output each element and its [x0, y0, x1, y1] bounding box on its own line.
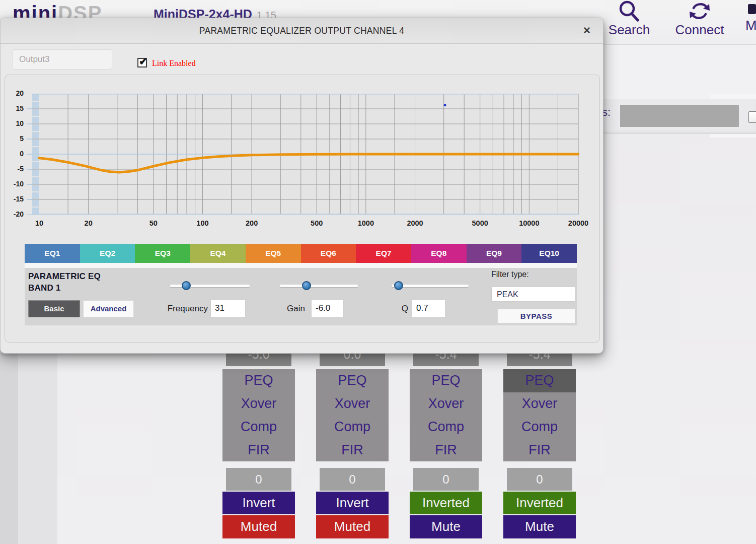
- frequency-label: Frequency: [162, 304, 208, 314]
- tab-eq8[interactable]: EQ8: [411, 244, 467, 263]
- close-icon[interactable]: ✕: [583, 18, 591, 43]
- tab-underline-strip: [25, 263, 577, 268]
- channel-3-menu-peq[interactable]: PEQ: [410, 369, 482, 392]
- q-label: Q: [395, 304, 408, 314]
- tab-eq4[interactable]: EQ4: [190, 244, 246, 263]
- tab-eq2[interactable]: EQ2: [80, 244, 135, 263]
- eq-response-graph[interactable]: [27, 94, 579, 215]
- eq-graph-svg: [27, 94, 579, 215]
- channel-4-menu-peq[interactable]: PEQ: [503, 369, 576, 392]
- tab-eq3[interactable]: EQ3: [135, 244, 190, 263]
- mute-icon-partial: [748, 4, 756, 14]
- tab-eq7[interactable]: EQ7: [356, 244, 411, 263]
- band-title-line1: PARAMETRIC EQ: [28, 271, 101, 282]
- channel-4-delay-value[interactable]: 0: [507, 468, 572, 491]
- q-slider-thumb[interactable]: [394, 281, 403, 290]
- link-enabled-label: Link Enabled: [152, 59, 196, 68]
- connect-button[interactable]: Connect: [669, 0, 730, 38]
- frequency-slider[interactable]: [170, 285, 250, 287]
- channel-1-menu-fir[interactable]: FIR: [222, 438, 295, 461]
- x-tick-label: 1000: [358, 219, 374, 227]
- channel-2-menu-xover[interactable]: Xover: [316, 392, 389, 416]
- y-tick-label: 20: [5, 89, 24, 97]
- channel-4-menu-fir[interactable]: FIR: [503, 438, 576, 461]
- channel-2-menu-fir[interactable]: FIR: [316, 438, 389, 461]
- y-tick-label: -15: [5, 195, 24, 203]
- channel-3-menu-fir[interactable]: FIR: [410, 438, 482, 461]
- channel-3-invert-button[interactable]: Inverted: [410, 492, 482, 514]
- gain-input[interactable]: [311, 299, 344, 317]
- channel-2-delay-value[interactable]: 0: [320, 468, 385, 491]
- band-title-line2: BAND 1: [28, 283, 61, 293]
- search-button[interactable]: Search: [601, 0, 657, 38]
- channel-4-mute-button[interactable]: Mute: [503, 515, 576, 538]
- parametric-eq-dialog: PARAMETRIC EQUALIZER OUTPUT CHANNEL 4 ✕ …: [0, 18, 603, 354]
- x-tick-label: 200: [246, 219, 258, 227]
- y-tick-label: 5: [5, 134, 24, 143]
- gain-label: Gain: [282, 304, 305, 314]
- gain-slider-thumb[interactable]: [302, 281, 311, 290]
- left-edge-band: [0, 353, 18, 544]
- channel-name-input[interactable]: [13, 49, 112, 70]
- band-controls-panel: PARAMETRIC EQ BAND 1 Basic Advanced Freq…: [25, 268, 577, 325]
- channel-2-menu-peq[interactable]: PEQ: [316, 369, 389, 392]
- channel-3-delay-value[interactable]: 0: [413, 468, 479, 491]
- bypass-button[interactable]: BYPASS: [497, 309, 575, 323]
- channel-1-mute-button[interactable]: Muted: [222, 515, 295, 538]
- y-tick-label: -5: [5, 165, 24, 173]
- channel-1-menu-xover[interactable]: Xover: [222, 392, 295, 416]
- channel-4-menu-comp[interactable]: Comp: [503, 416, 576, 439]
- tab-eq10[interactable]: EQ10: [521, 244, 577, 263]
- connect-icon: [687, 0, 712, 22]
- x-tick-label: 5000: [472, 219, 488, 227]
- frequency-input[interactable]: [210, 299, 246, 317]
- channel-3-menu-xover[interactable]: Xover: [410, 392, 482, 416]
- channel-2-invert-button[interactable]: Invert: [316, 492, 389, 514]
- y-tick-label: 10: [5, 119, 24, 127]
- channel-2-menu-comp[interactable]: Comp: [316, 416, 389, 439]
- dialog-titlebar: PARAMETRIC EQUALIZER OUTPUT CHANNEL 4 ✕: [1, 18, 603, 44]
- channel-3-dsp-menu: PEQXoverCompFIR: [410, 369, 482, 461]
- filter-type-select[interactable]: PEAK: [491, 287, 575, 302]
- eq-band-tabs: EQ1EQ2EQ3EQ4EQ5EQ6EQ7EQ8EQ9EQ10: [25, 244, 577, 263]
- tab-eq5[interactable]: EQ5: [246, 244, 301, 263]
- x-tick-label: 2000: [407, 219, 423, 227]
- channel-4-dsp-menu: PEQXoverCompFIR: [503, 369, 576, 461]
- tab-eq6[interactable]: EQ6: [301, 244, 356, 263]
- y-tick-label: 0: [5, 150, 24, 158]
- y-tick-label: 15: [5, 104, 24, 112]
- channel-1-menu-peq[interactable]: PEQ: [222, 369, 295, 392]
- channel-2-mute-button[interactable]: Muted: [316, 515, 389, 538]
- channel-3-mute-button[interactable]: Mute: [410, 515, 482, 538]
- q-input[interactable]: [412, 299, 445, 317]
- search-icon: [617, 0, 642, 22]
- channel-4-menu-xover[interactable]: Xover: [503, 392, 576, 416]
- filter-type-label: Filter type:: [491, 270, 529, 279]
- gain-slider[interactable]: [280, 285, 358, 287]
- q-slider[interactable]: [392, 285, 469, 287]
- channel-1-menu-comp[interactable]: Comp: [222, 416, 295, 439]
- y-tick-label: -20: [5, 210, 24, 218]
- advanced-button[interactable]: Advanced: [83, 300, 134, 317]
- link-enabled-checkbox[interactable]: ✔: [137, 58, 147, 67]
- channel-1-delay-value[interactable]: 0: [226, 468, 291, 491]
- x-tick-label: 50: [149, 219, 158, 227]
- channel-3-menu-comp[interactable]: Comp: [410, 416, 482, 439]
- tab-eq9[interactable]: EQ9: [467, 244, 522, 263]
- frequency-slider-thumb[interactable]: [182, 281, 191, 290]
- x-tick-label: 100: [196, 219, 208, 227]
- x-tick-label: 20000: [568, 219, 588, 227]
- checkmark-icon: ✔: [139, 55, 147, 67]
- x-tick-label: 10: [35, 219, 43, 227]
- channel-4-invert-button[interactable]: Inverted: [503, 492, 576, 514]
- basic-button[interactable]: Basic: [28, 300, 80, 317]
- connect-label: Connect: [675, 22, 724, 37]
- x-tick-label: 10000: [519, 219, 539, 227]
- device-edit-button[interactable]: [748, 111, 756, 123]
- mute-label-partial[interactable]: M: [745, 18, 756, 34]
- x-tick-label: 500: [311, 219, 323, 227]
- eq-handle-dot[interactable]: [444, 104, 446, 106]
- channel-1-invert-button[interactable]: Invert: [222, 492, 295, 514]
- x-tick-label: 20: [85, 219, 93, 227]
- y-tick-label: -10: [5, 180, 24, 188]
